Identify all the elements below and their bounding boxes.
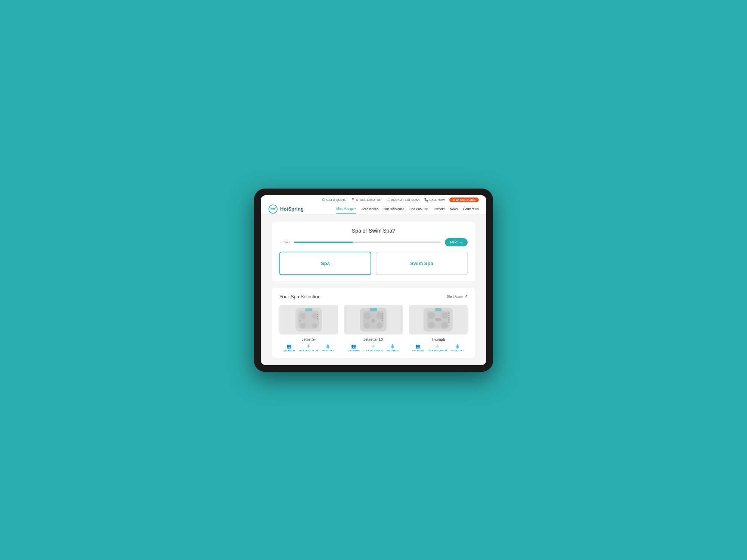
book-test-soak-link[interactable]: 🛁 BOOK A TEST SOAK bbox=[386, 198, 420, 202]
svg-point-19 bbox=[371, 319, 375, 323]
nav-accessories[interactable]: Accessories bbox=[361, 207, 378, 213]
nav-contact-us[interactable]: Contact Us bbox=[463, 207, 479, 213]
jetsetter-lx-litres-label: 800 LITRES bbox=[387, 349, 399, 352]
call-now-label: CALL NOW bbox=[430, 198, 445, 202]
jetsetter-dimensions-spec: ✛ 213 X 183 X 74 CM bbox=[298, 344, 318, 352]
call-now-link[interactable]: 📞 CALL NOW bbox=[424, 198, 445, 202]
triumph-dimensions-label: 236 X 188 X 84 CM bbox=[427, 349, 447, 352]
svg-point-9 bbox=[317, 314, 318, 315]
refresh-icon: ↺ bbox=[465, 295, 468, 298]
progress-bar-fill bbox=[294, 242, 353, 243]
option-spa-label: Spa bbox=[321, 261, 330, 266]
option-swim-spa-label: Swim Spa bbox=[410, 261, 433, 266]
next-arrow-icon: → bbox=[459, 240, 462, 244]
triumph-litres-icon: 💧 bbox=[455, 344, 460, 349]
svg-point-32 bbox=[448, 312, 450, 314]
svg-rect-31 bbox=[435, 318, 441, 321]
jetsetter-lx-image bbox=[344, 305, 403, 335]
spa-cards: Jetsetter 👥 3 PERSON ✛ 213 X 183 X 74 CM bbox=[279, 305, 468, 352]
svg-point-18 bbox=[376, 323, 382, 329]
triumph-persons-label: 4 PERSON bbox=[412, 349, 424, 352]
spa-card-jetsetter-lx[interactable]: Jetsetter LX 👥 3 PERSON ✛ 213 X 183 X 84… bbox=[344, 305, 403, 352]
spa-pool-deals-button[interactable]: SPA POOL DEALS bbox=[449, 197, 479, 202]
test-soak-icon: 🛁 bbox=[386, 198, 390, 202]
get-a-quote-label: GET A QUOTE bbox=[326, 198, 347, 202]
persons-icon: 👥 bbox=[286, 344, 292, 349]
spa-selection-section: Your Spa Selection Start Again ↺ bbox=[272, 288, 475, 358]
jetsetter-litres-label: 950 LITRES bbox=[322, 349, 334, 352]
nav-news[interactable]: News bbox=[450, 207, 458, 213]
logo-row: HotSpring Shop Range ▾ Accessories Our D… bbox=[268, 204, 479, 214]
svg-rect-26 bbox=[435, 308, 441, 311]
option-swim-spa[interactable]: Swim Spa bbox=[376, 252, 468, 275]
quiz-section: Spa or Swim Spa? ← Back Next → bbox=[272, 222, 475, 281]
svg-point-0 bbox=[269, 205, 278, 213]
svg-point-30 bbox=[441, 322, 448, 329]
next-button[interactable]: Next → bbox=[445, 238, 468, 246]
jetsetter-specs: 👥 3 PERSON ✛ 213 X 183 X 74 CM 💧 950 LIT… bbox=[279, 344, 338, 352]
start-again-label: Start Again bbox=[447, 295, 463, 298]
nav-owners[interactable]: Owners bbox=[434, 207, 444, 213]
svg-point-22 bbox=[382, 317, 383, 319]
jetsetter-lx-dimensions-label: 213 X 183 X 84 CM bbox=[363, 349, 382, 352]
utility-nav: 🗒 GET A QUOTE 📍 STORE LOCATOR 🛁 BOOK A T… bbox=[268, 197, 479, 204]
jetsetter-lx-persons-label: 3 PERSON bbox=[348, 349, 359, 352]
jetsetter-lx-name: Jetsetter LX bbox=[344, 337, 403, 342]
svg-point-11 bbox=[317, 318, 318, 320]
svg-point-35 bbox=[448, 319, 450, 321]
next-label: Next bbox=[450, 240, 458, 244]
quote-icon: 🗒 bbox=[322, 198, 325, 202]
triumph-spa-art bbox=[423, 307, 453, 332]
jetsetter-litres-spec: 💧 950 LITRES bbox=[322, 344, 334, 352]
svg-point-33 bbox=[448, 315, 450, 316]
chevron-down-icon: ▾ bbox=[354, 208, 356, 210]
tablet-frame: 🗒 GET A QUOTE 📍 STORE LOCATOR 🛁 BOOK A T… bbox=[254, 189, 493, 372]
quiz-navigation: ← Back Next → bbox=[279, 238, 468, 246]
jetsetter-image bbox=[279, 305, 338, 335]
jetsetter-lx-persons-spec: 👥 3 PERSON bbox=[348, 344, 359, 352]
svg-rect-14 bbox=[370, 308, 377, 311]
jetsetter-spa-art bbox=[295, 307, 323, 332]
main-content: Spa or Swim Spa? ← Back Next → bbox=[261, 214, 486, 365]
triumph-persons-icon: 👥 bbox=[415, 344, 421, 349]
back-label: Back bbox=[283, 240, 290, 244]
logo-text: HotSpring bbox=[280, 206, 304, 212]
jetsetter-lx-specs: 👥 3 PERSON ✛ 213 X 183 X 84 CM 💧 800 LIT… bbox=[344, 344, 403, 352]
get-a-quote-link[interactable]: 🗒 GET A QUOTE bbox=[322, 198, 347, 202]
svg-point-28 bbox=[441, 312, 448, 319]
logo-icon bbox=[268, 204, 278, 214]
start-again-button[interactable]: Start Again ↺ bbox=[447, 295, 468, 298]
svg-point-27 bbox=[428, 312, 435, 319]
svg-point-10 bbox=[317, 316, 318, 317]
spa-card-jetsetter[interactable]: Jetsetter 👥 3 PERSON ✛ 213 X 183 X 74 CM bbox=[279, 305, 338, 352]
book-test-soak-label: BOOK A TEST SOAK bbox=[391, 198, 420, 202]
dimensions-icon: ✛ bbox=[307, 344, 310, 349]
navigation: 🗒 GET A QUOTE 📍 STORE LOCATOR 🛁 BOOK A T… bbox=[261, 195, 486, 214]
svg-point-5 bbox=[311, 313, 317, 319]
nav-our-difference[interactable]: Our Difference bbox=[384, 207, 404, 213]
option-spa[interactable]: Spa bbox=[279, 252, 371, 275]
triumph-name: Triumph bbox=[409, 337, 468, 342]
triumph-litres-spec: 💧 1275 LITRES bbox=[451, 344, 464, 352]
jetsetter-dimensions-label: 213 X 183 X 74 CM bbox=[298, 349, 318, 352]
store-locator-link[interactable]: 📍 STORE LOCATOR bbox=[351, 198, 381, 202]
svg-point-23 bbox=[382, 320, 383, 321]
svg-point-6 bbox=[300, 323, 306, 329]
nav-spa-pool-101[interactable]: Spa Pool 101 bbox=[409, 207, 428, 213]
spa-selection-title: Your Spa Selection bbox=[279, 294, 320, 299]
spa-card-triumph[interactable]: Triumph 👥 4 PERSON ✛ 236 X 188 X 84 CM bbox=[409, 305, 468, 352]
jetsetter-lx-litres-spec: 💧 800 LITRES bbox=[387, 344, 399, 352]
nav-shop-range[interactable]: Shop Range ▾ bbox=[336, 207, 356, 214]
svg-point-36 bbox=[448, 321, 450, 323]
quiz-options: Spa Swim Spa bbox=[279, 252, 468, 275]
triumph-litres-label: 1275 LITRES bbox=[451, 349, 464, 352]
svg-point-17 bbox=[364, 323, 370, 329]
back-button[interactable]: ← Back bbox=[279, 240, 290, 244]
jetsetter-persons-label: 3 PERSON bbox=[283, 349, 295, 352]
tablet-screen: 🗒 GET A QUOTE 📍 STORE LOCATOR 🛁 BOOK A T… bbox=[261, 195, 486, 365]
svg-point-34 bbox=[448, 317, 450, 318]
svg-point-7 bbox=[312, 323, 317, 328]
svg-point-8 bbox=[299, 320, 301, 322]
logo[interactable]: HotSpring bbox=[268, 204, 304, 214]
triumph-specs: 👥 4 PERSON ✛ 236 X 188 X 84 CM 💧 1275 LI… bbox=[409, 344, 468, 352]
